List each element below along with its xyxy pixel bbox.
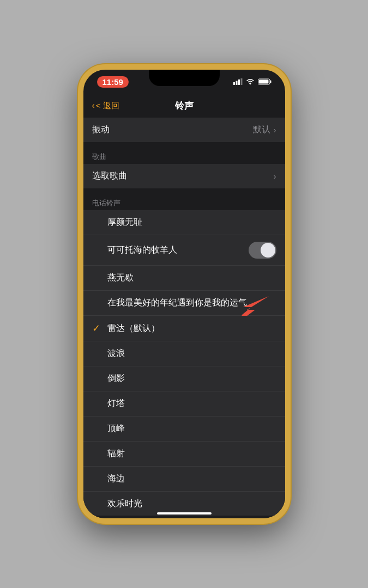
ringtone-label-3: 燕无歇 [107, 272, 134, 284]
svg-rect-1 [236, 81, 237, 85]
battery-icon [258, 78, 272, 85]
vibration-chevron: › [274, 126, 276, 134]
ringtone-label-2: 可可托海的牧羊人 [107, 244, 177, 256]
ringtone-row-10[interactable]: 辐射 [83, 442, 285, 467]
back-chevron: ‹ [92, 101, 95, 111]
ringtone-label-6: 波浪 [107, 348, 125, 359]
ringtone-label-4: 在我最美好的年纪遇到你是我的运气 [107, 297, 247, 309]
status-icons [233, 78, 272, 85]
ringtone-row-5[interactable]: ✓ 雷达（默认） [83, 316, 285, 341]
svg-rect-2 [238, 79, 240, 85]
home-indicator [157, 512, 212, 514]
checkmark-5: ✓ [92, 322, 103, 334]
vibration-right: 默认 › [253, 124, 276, 136]
svg-rect-0 [233, 82, 235, 85]
toggle-thumb-2 [261, 243, 275, 258]
songs-section: 歌曲 选取歌曲 › [83, 148, 285, 188]
vibration-section: 振动 默认 › [83, 118, 285, 142]
ringtone-label-11: 海边 [107, 473, 125, 485]
status-time: 11:59 [97, 76, 129, 88]
ringtone-row-9[interactable]: 顶峰 [83, 416, 285, 442]
toggle-2[interactable] [249, 242, 276, 259]
signal-icon [233, 78, 243, 85]
ringtone-row-7[interactable]: 倒影 [83, 366, 285, 391]
page-title: 铃声 [175, 100, 194, 112]
select-song-label: 选取歌曲 [92, 170, 127, 182]
ringtone-label-7: 倒影 [107, 373, 125, 384]
ringtone-row-2[interactable]: 可可托海的牧羊人 [83, 235, 285, 266]
svg-rect-5 [270, 81, 271, 83]
content-area: 振动 默认 › 歌曲 选取歌曲 › [83, 118, 285, 516]
ringtone-row-3[interactable]: 燕无歇 [83, 266, 285, 291]
wifi-icon [246, 78, 255, 85]
ringtone-row-1[interactable]: 厚颜无耻 [83, 210, 285, 235]
separator-2 [83, 188, 285, 194]
ringtone-row-8[interactable]: 灯塔 [83, 391, 285, 416]
ringtone-row-4[interactable]: 在我最美好的年纪遇到你是我的运气 [83, 291, 285, 316]
back-label[interactable]: < 返回 [96, 101, 119, 111]
select-song-row[interactable]: 选取歌曲 › [83, 164, 285, 188]
separator-1 [83, 142, 285, 148]
notch [149, 70, 220, 86]
ringtone-row-6[interactable]: 波浪 [83, 341, 285, 366]
nav-bar: ‹ < 返回 铃声 [83, 94, 285, 118]
svg-rect-6 [258, 80, 268, 84]
ringtone-row-11[interactable]: 海边 [83, 467, 285, 492]
vibration-row[interactable]: 振动 默认 › [83, 118, 285, 142]
ringtones-header: 电话铃声 [83, 194, 285, 210]
select-song-right: › [274, 172, 276, 181]
ringtone-label-8: 灯塔 [107, 398, 125, 409]
songs-header: 歌曲 [83, 148, 285, 164]
select-song-chevron: › [274, 172, 276, 181]
ringtones-section: 电话铃声 厚颜无耻 可可托海的牧羊人 [83, 194, 285, 516]
vibration-value: 默认 [253, 124, 270, 136]
ringtone-label-9: 顶峰 [107, 423, 125, 434]
ringtone-label-10: 辐射 [107, 448, 125, 460]
screen: ‹ < 返回 铃声 振动 默认 › 歌曲 [83, 94, 285, 518]
phone-frame: 11:59 [78, 64, 291, 524]
ringtone-label-12: 欢乐时光 [107, 498, 142, 510]
ringtone-label-5: 雷达（默认） [107, 323, 160, 334]
ringtone-row-12[interactable]: 欢乐时光 [83, 492, 285, 516]
svg-rect-3 [240, 78, 242, 85]
back-button[interactable]: ‹ < 返回 [92, 101, 119, 111]
ringtone-label-1: 厚颜无耻 [107, 217, 142, 228]
vibration-label: 振动 [92, 124, 110, 136]
